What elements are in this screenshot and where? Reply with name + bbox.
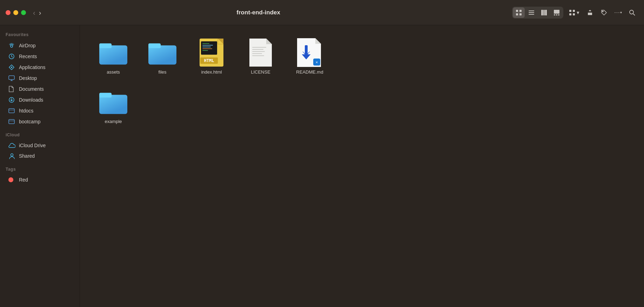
sidebar-item-downloads[interactable]: Downloads xyxy=(3,95,77,105)
svg-rect-7 xyxy=(541,10,543,15)
recents-icon xyxy=(8,53,15,60)
file-item-readme[interactable]: ✕ README.md xyxy=(287,36,333,78)
file-item-index-html[interactable]: HTML index.html xyxy=(189,36,234,78)
sidebar-item-airdrop-label: AirDrop xyxy=(19,43,35,48)
svg-line-20 xyxy=(633,14,635,15)
svg-rect-45 xyxy=(202,50,208,51)
share-button[interactable] xyxy=(584,6,596,19)
sidebar: Favourites AirDrop Recents xyxy=(0,25,80,307)
column-view-button[interactable] xyxy=(538,7,550,18)
svg-text:HTML: HTML xyxy=(204,58,214,63)
svg-rect-37 xyxy=(148,46,176,65)
svg-rect-0 xyxy=(516,10,518,12)
sidebar-item-bootcamp-label: bootcamp xyxy=(19,119,40,124)
list-view-button[interactable] xyxy=(525,7,537,18)
svg-rect-29 xyxy=(9,109,14,113)
icon-view-button[interactable] xyxy=(513,7,525,18)
sidebar-item-applications-label: Applications xyxy=(19,64,46,70)
svg-rect-3 xyxy=(519,13,522,15)
sidebar-item-recents-label: Recents xyxy=(19,54,37,59)
sidebar-item-airdrop[interactable]: AirDrop xyxy=(3,40,77,51)
file-item-license[interactable]: LICENSE xyxy=(238,36,283,78)
icloud-icon xyxy=(8,143,15,148)
sidebar-item-documents[interactable]: Documents xyxy=(3,84,77,94)
svg-rect-17 xyxy=(573,13,575,15)
titlebar: ‹ › front-end-index xyxy=(0,0,644,25)
toolbar-right: ▾ ··· ▾ xyxy=(512,6,638,19)
svg-rect-5 xyxy=(529,12,534,13)
svg-rect-10 xyxy=(554,10,559,14)
sidebar-item-applications[interactable]: Applications xyxy=(3,62,77,73)
svg-rect-12 xyxy=(556,14,557,15)
svg-rect-38 xyxy=(148,43,161,48)
svg-rect-51 xyxy=(252,53,262,54)
svg-rect-42 xyxy=(202,45,213,46)
arrange-button[interactable]: ▾ xyxy=(566,8,582,17)
sidebar-item-htdocs[interactable]: htdocs xyxy=(3,105,77,116)
applications-icon xyxy=(8,64,15,70)
tag-button[interactable] xyxy=(598,6,610,19)
sidebar-item-red-tag[interactable]: Red xyxy=(3,175,77,185)
documents-icon xyxy=(8,86,15,92)
svg-rect-31 xyxy=(9,120,14,124)
search-button[interactable] xyxy=(626,6,638,19)
sidebar-item-icloud-drive-label: iCloud Drive xyxy=(19,143,46,148)
svg-rect-48 xyxy=(252,47,266,48)
shared-icon xyxy=(8,153,15,159)
bootcamp-icon xyxy=(8,118,15,125)
svg-rect-24 xyxy=(9,76,14,80)
sidebar-item-icloud-drive[interactable]: iCloud Drive xyxy=(3,141,77,150)
folder-icon-files xyxy=(148,39,176,67)
svg-rect-35 xyxy=(99,46,127,65)
desktop-icon xyxy=(8,75,15,81)
svg-rect-4 xyxy=(529,11,534,11)
svg-text:✕: ✕ xyxy=(316,60,318,64)
svg-rect-1 xyxy=(519,10,522,12)
sidebar-item-htdocs-label: htdocs xyxy=(19,108,33,114)
svg-point-19 xyxy=(630,10,633,14)
file-name-assets: assets xyxy=(107,69,120,75)
html-file-icon: HTML xyxy=(197,39,226,67)
file-name-files: files xyxy=(158,69,166,75)
more-button[interactable]: ··· ▾ xyxy=(612,6,624,19)
svg-rect-11 xyxy=(554,14,555,15)
folder-icon-example xyxy=(99,88,127,116)
sidebar-item-bootcamp[interactable]: bootcamp xyxy=(3,116,77,127)
svg-rect-56 xyxy=(99,95,127,114)
svg-point-23 xyxy=(11,67,12,68)
htdocs-icon xyxy=(8,108,15,114)
airdrop-icon xyxy=(8,42,15,49)
folder-icon-assets xyxy=(99,39,127,67)
sidebar-item-shared-label: Shared xyxy=(19,153,35,159)
svg-rect-50 xyxy=(252,51,265,52)
content-area: assets files xyxy=(80,25,644,307)
svg-rect-14 xyxy=(569,10,571,12)
svg-rect-52 xyxy=(252,55,264,56)
svg-rect-16 xyxy=(569,13,571,15)
readme-file-icon: ✕ xyxy=(296,39,324,67)
svg-rect-9 xyxy=(545,10,547,15)
svg-rect-41 xyxy=(202,43,209,44)
sidebar-section-tags: Tags xyxy=(0,165,80,175)
sidebar-item-downloads-label: Downloads xyxy=(19,97,43,103)
svg-rect-2 xyxy=(516,13,518,15)
sidebar-item-desktop[interactable]: Desktop xyxy=(3,73,77,83)
sidebar-item-red-label: Red xyxy=(19,177,28,183)
svg-rect-43 xyxy=(202,47,211,47)
sidebar-section-favourites: Favourites xyxy=(0,31,80,40)
file-name-index-html: index.html xyxy=(201,69,222,75)
svg-rect-6 xyxy=(529,14,534,15)
red-tag-icon xyxy=(8,177,15,182)
gallery-view-button[interactable] xyxy=(551,7,563,18)
sidebar-item-desktop-label: Desktop xyxy=(19,75,37,81)
file-item-files[interactable]: files xyxy=(140,36,185,78)
svg-point-18 xyxy=(602,11,603,12)
svg-point-21 xyxy=(11,45,13,47)
window-title: front-end-index xyxy=(5,9,512,16)
sidebar-item-shared[interactable]: Shared xyxy=(3,151,77,161)
file-item-assets[interactable]: assets xyxy=(90,36,136,78)
sidebar-section-icloud: iCloud xyxy=(0,131,80,140)
file-name-license: LICENSE xyxy=(251,69,270,75)
file-item-example[interactable]: example xyxy=(90,85,136,128)
sidebar-item-recents[interactable]: Recents xyxy=(3,51,77,62)
